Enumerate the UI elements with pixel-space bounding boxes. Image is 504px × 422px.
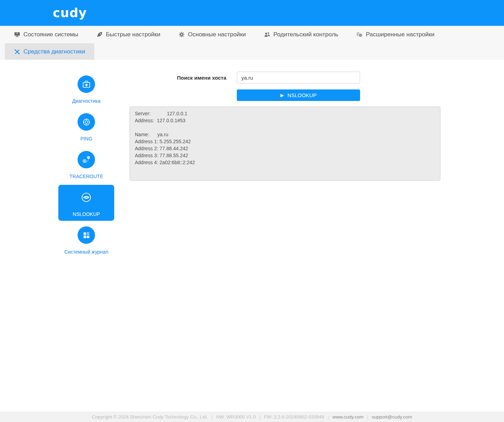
result-line: Name: ya.ru <box>135 131 435 138</box>
result-line: Address 2: 77.88.44.242 <box>135 145 435 152</box>
result-line <box>135 124 435 131</box>
play-icon: ▶ <box>280 93 284 97</box>
host-label: Поиск имени хоста <box>130 75 226 81</box>
page-content: Диагностика PING <box>0 60 504 412</box>
sidebar-item-ping[interactable]: PING <box>58 109 114 145</box>
sidebar-item-traceroute[interactable]: TRACEROUTE <box>58 147 114 183</box>
nav-item-basic-settings[interactable]: Основные настройки <box>178 31 246 38</box>
first-aid-icon <box>78 75 95 93</box>
result-line: Address 4: 2a02:6b8::2:242 <box>135 159 435 166</box>
nav-row-2: Средства диагностики <box>0 43 504 60</box>
host-input[interactable] <box>237 72 360 83</box>
grid-icon <box>78 226 95 244</box>
result-line: Address 1: 5.255.255.242 <box>135 138 435 145</box>
nav-item-quick-setup[interactable]: Быстрые настройки <box>96 31 160 38</box>
sidebar-item-label: NSLOOKUP <box>73 211 100 217</box>
gear-icon <box>178 31 185 38</box>
footer-separator: | <box>259 414 261 420</box>
result-line: Server: 127.0.0.1 <box>135 110 435 117</box>
sidebar-item-nslookup[interactable]: NSLOOKUP <box>58 185 114 221</box>
sidebar-item-label: TRACEROUTE <box>70 174 103 179</box>
target-icon <box>78 113 95 131</box>
diagnostics-sidebar: Диагностика PING <box>58 72 114 412</box>
nav-item-label: Родительский контроль <box>273 31 338 38</box>
footer-hw-version: HW: WR3000 V1.0 <box>216 414 256 420</box>
sidebar-item-diagnostics[interactable]: Диагностика <box>58 72 114 108</box>
host-form-row: Поиск имени хоста <box>130 72 440 83</box>
monitor-icon <box>14 31 20 38</box>
sidebar-item-system-log[interactable]: Системный журнал <box>58 223 114 259</box>
footer-copyright: Copyright © 2024 Shenzhen Cudy Technolog… <box>92 414 208 420</box>
tools-icon <box>14 49 20 55</box>
route-icon <box>78 151 95 168</box>
nav-item-advanced-settings[interactable]: Расширенные настройки <box>356 31 434 38</box>
footer-website-link[interactable]: www.cudy.com <box>333 414 364 420</box>
page-footer: Copyright © 2024 Shenzhen Cudy Technolog… <box>0 412 504 422</box>
nav-row-1: Состояние системы Быстрые настройки <box>0 26 504 43</box>
result-line: Address 3: 77.88.55.242 <box>135 152 435 159</box>
app-header: cudy <box>0 0 504 26</box>
nav-item-label: Расширенные настройки <box>366 31 434 38</box>
footer-separator: | <box>328 414 329 420</box>
nav-item-system-status[interactable]: Состояние системы <box>14 31 78 38</box>
sliders-gear-icon <box>356 31 363 38</box>
nslookup-panel: Поиск имени хоста ▶ NSLOOKUP Server: 127… <box>130 72 440 412</box>
rocket-icon <box>96 31 103 38</box>
main-nav: Состояние системы Быстрые настройки <box>0 26 504 60</box>
footer-support-email-link[interactable]: support@cudy.com <box>372 414 412 420</box>
footer-separator: | <box>367 414 368 420</box>
nslookup-result-box[interactable]: Server: 127.0.0.1 Address: 127.0.0.1#53 … <box>130 107 440 181</box>
nav-item-diagnostics-active[interactable]: Средства диагностики <box>5 43 94 60</box>
footer-fw-version: FW: 2.2.6-20240902-033948 <box>264 414 324 420</box>
nav-item-label: Состояние системы <box>23 31 78 38</box>
nav-item-parental-control[interactable]: Родительский контроль <box>264 31 338 38</box>
result-line: Address: 127.0.0.1#53 <box>135 117 435 124</box>
cudy-logo: cudy <box>53 6 87 20</box>
button-row: ▶ NSLOOKUP <box>130 89 440 101</box>
sidebar-item-label: Диагностика <box>72 98 100 104</box>
sidebar-item-label: Системный журнал <box>64 249 108 255</box>
users-icon <box>264 31 270 38</box>
nav-active-tab-label: Средства диагностики <box>23 48 85 55</box>
footer-separator: | <box>211 414 213 420</box>
nav-item-label: Основные настройки <box>188 31 246 38</box>
nslookup-button-label: NSLOOKUP <box>287 92 316 98</box>
nav-item-label: Быстрые настройки <box>106 31 160 38</box>
sidebar-item-label: PING <box>80 136 92 141</box>
nslookup-button[interactable]: ▶ NSLOOKUP <box>237 89 360 101</box>
eye-icon <box>78 189 95 206</box>
